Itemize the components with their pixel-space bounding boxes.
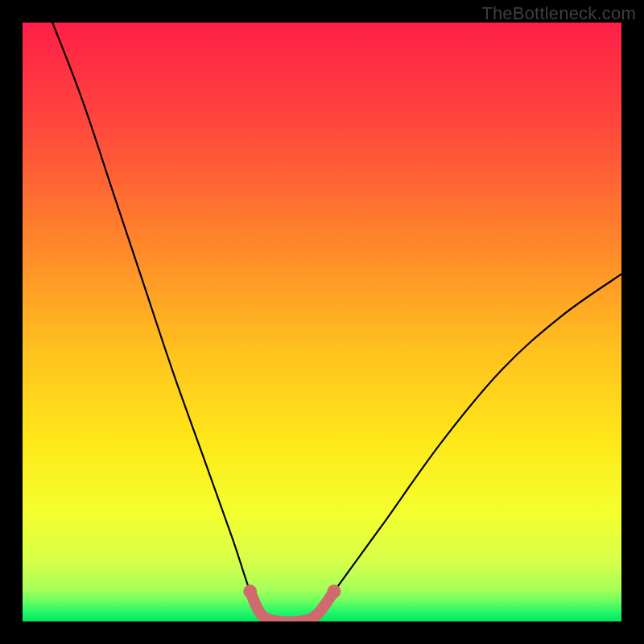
plot-area [23,23,621,621]
chart-frame: TheBottleneck.com [0,0,644,644]
highlight-segment [250,592,334,621]
bottleneck-curve [52,23,621,621]
watermark-text: TheBottleneck.com [481,3,636,24]
curve-layer [23,23,621,621]
highlight-dot [243,584,257,598]
highlight-dot [327,584,341,598]
